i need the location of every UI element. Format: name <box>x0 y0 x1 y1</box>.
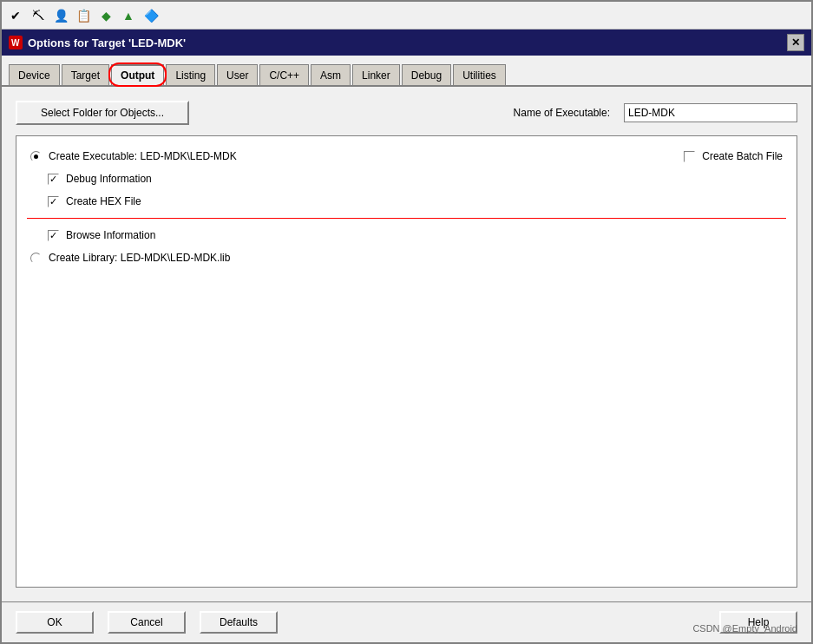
tab-user[interactable]: User <box>217 64 258 85</box>
select-folder-button[interactable]: Select Folder for Objects... <box>16 101 189 125</box>
ok-button[interactable]: OK <box>16 611 94 634</box>
tab-output[interactable]: Output <box>111 64 164 85</box>
tab-device[interactable]: Device <box>9 64 60 85</box>
browse-info-row: Browse Information <box>48 229 783 241</box>
app-icon: W <box>9 36 23 49</box>
create-executable-label: Create Executable: LED-MDK\LED-MDK <box>49 150 237 162</box>
create-hex-checkbox[interactable] <box>48 196 59 207</box>
create-library-radio[interactable] <box>30 253 42 264</box>
dialog-title: Options for Target 'LED-MDK' <box>28 36 787 49</box>
toolbar-btn-1[interactable]: ✔ <box>5 5 26 26</box>
browse-info-label: Browse Information <box>66 229 155 241</box>
create-executable-radio[interactable] <box>30 151 42 162</box>
debug-info-label: Debug Information <box>66 173 152 185</box>
create-executable-row: Create Executable: LED-MDK\LED-MDK <box>30 150 783 162</box>
create-library-row: Create Library: LED-MDK\LED-MDK.lib <box>30 252 783 264</box>
toolbar-btn-7[interactable]: 🔷 <box>141 5 161 26</box>
tab-utilities[interactable]: Utilities <box>453 64 506 85</box>
options-box: Create Batch File Create Executable: LED… <box>16 135 797 588</box>
bottom-bar: OK Cancel Defaults Help <box>2 601 811 642</box>
title-bar: W Options for Target 'LED-MDK' ✕ <box>2 30 811 56</box>
create-hex-row: Create HEX File <box>48 195 783 207</box>
executable-input[interactable] <box>624 103 797 122</box>
create-batch-file-label: Create Batch File <box>702 150 783 162</box>
defaults-button[interactable]: Defaults <box>200 611 278 634</box>
toolbar-btn-4[interactable]: 📋 <box>73 5 94 26</box>
svg-text:W: W <box>11 38 20 48</box>
executable-label: Name of Executable: <box>514 107 610 119</box>
tab-asm[interactable]: Asm <box>311 64 351 85</box>
tab-listing[interactable]: Listing <box>166 64 215 85</box>
content-area: Select Folder for Objects... Name of Exe… <box>2 87 811 601</box>
watermark: CSDN @Empty_Android <box>692 623 797 634</box>
toolbar-btn-2[interactable]: ⛏ <box>28 5 49 26</box>
toolbar-btn-3[interactable]: 👤 <box>50 5 71 26</box>
tab-cpp[interactable]: C/C++ <box>259 64 309 85</box>
top-row: Select Folder for Objects... Name of Exe… <box>16 101 797 125</box>
main-dialog: ✔ ⛏ 👤 📋 ◆ ▲ 🔷 W Options for Target 'LED-… <box>0 0 813 644</box>
separator-line <box>27 218 786 219</box>
tab-target[interactable]: Target <box>62 64 109 85</box>
toolbar-btn-5[interactable]: ◆ <box>95 5 116 26</box>
browse-info-checkbox[interactable] <box>48 230 59 241</box>
cancel-button[interactable]: Cancel <box>108 611 186 634</box>
toolbar: ✔ ⛏ 👤 📋 ◆ ▲ 🔷 <box>2 2 811 30</box>
debug-info-checkbox[interactable] <box>48 174 59 185</box>
tab-debug[interactable]: Debug <box>402 64 451 85</box>
create-batch-file-checkbox[interactable] <box>684 151 695 162</box>
create-hex-label: Create HEX File <box>66 195 141 207</box>
create-library-label: Create Library: LED-MDK\LED-MDK.lib <box>49 252 230 264</box>
debug-info-row: Debug Information <box>48 173 783 185</box>
tab-bar: Device Target Output Listing User C/C++ … <box>2 56 811 87</box>
create-batch-file-row: Create Batch File <box>684 150 783 162</box>
close-button[interactable]: ✕ <box>787 34 804 51</box>
toolbar-btn-6[interactable]: ▲ <box>118 5 139 26</box>
tab-linker[interactable]: Linker <box>352 64 400 85</box>
